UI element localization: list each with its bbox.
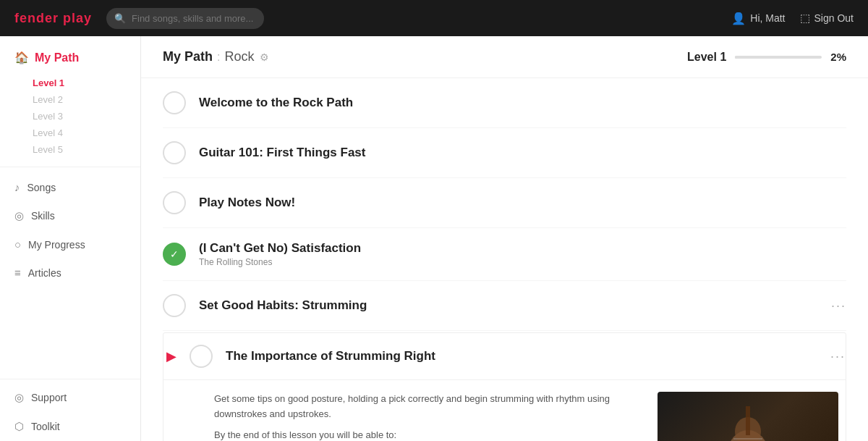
user-greeting: 👤 Hi, Matt [731,12,785,25]
user-icon: 👤 [731,12,746,25]
progress-bar [735,56,822,59]
expanded-lesson-description: Get some tips on good posture, holding a… [214,392,643,441]
expanded-lesson: ▶ The Importance of Strumming Right ··· … [163,332,846,441]
lesson-title-1: Welcome to the Rock Path [199,96,353,110]
lesson-circle-2 [163,141,186,164]
lesson-item-2[interactable]: Guitar 101: First Things Fast [163,128,846,178]
lesson-item-1[interactable]: Welcome to the Rock Path [163,78,846,128]
sidebar-level-5[interactable]: Level 5 [33,141,140,158]
play-icon[interactable]: ▶ [166,348,176,364]
logo-text: fender [14,11,59,25]
skills-label: Skills [31,210,55,222]
songs-label: Songs [27,182,56,193]
skills-icon: ◎ [14,209,24,222]
search-input[interactable] [106,8,264,29]
app-header: fender play 🔍 👤 Hi, Matt ⬚ Sign Out [0,0,868,36]
sidebar: 🏠 My Path Level 1 Level 2 Level 3 Level … [0,36,141,441]
sidebar-bottom: ◎ Support ⬡ Toolkit [0,379,140,441]
signout-button[interactable]: ⬚ Sign Out [800,12,854,25]
main-layout: 🏠 My Path Level 1 Level 2 Level 3 Level … [0,36,868,441]
expanded-circle [190,345,213,368]
page-header: My Path : Rock ⚙ Level 1 2% [141,36,868,78]
title-separator: : [217,51,220,64]
lesson-circle-1 [163,91,186,114]
sidebar-item-toolkit[interactable]: ⬡ Toolkit [0,412,140,441]
lesson-circle-5 [163,294,186,317]
sidebar-levels: Level 1 Level 2 Level 3 Level 4 Level 5 [0,72,140,161]
songs-icon: ♪ [14,181,20,193]
lesson-title-5: Set Good Habits: Strumming [199,298,367,313]
progress-icon: ○ [14,238,21,251]
toolkit-icon: ⬡ [14,420,24,433]
main-content: My Path : Rock ⚙ Level 1 2% Welcome to t… [141,36,868,441]
support-label: Support [31,392,67,403]
lesson-title-3: Play Notes Now! [199,196,295,210]
signout-icon: ⬚ [800,12,810,25]
sidebar-item-my-progress[interactable]: ○ My Progress [0,230,140,259]
sidebar-level-1[interactable]: Level 1 [33,75,140,91]
level-progress: Level 1 2% [687,51,846,64]
sidebar-level-4[interactable]: Level 4 [33,125,140,141]
sidebar-item-skills[interactable]: ◎ Skills [0,201,140,230]
sidebar-item-songs[interactable]: ♪ Songs [0,173,140,201]
guitar-svg [705,399,791,441]
progress-label: My Progress [28,239,85,251]
lesson-thumbnail [658,392,838,441]
lesson-circle-4: ✓ [163,243,186,266]
check-icon-4: ✓ [170,248,179,260]
gear-icon[interactable]: ⚙ [260,51,269,63]
lesson-info-4: (I Can't Get No) Satisfaction The Rollin… [199,241,361,267]
sidebar-item-support[interactable]: ◎ Support [0,383,140,412]
expanded-lesson-title: The Importance of Strumming Right [226,349,435,364]
progress-percent: 2% [830,51,846,63]
expanded-lesson-body: Get some tips on good posture, holding a… [163,380,846,441]
expanded-lesson-more[interactable]: ··· [830,349,846,364]
lesson-list: Welcome to the Rock Path Guitar 101: Fir… [141,78,868,441]
search-icon: 🔍 [114,13,126,24]
lesson-item-5[interactable]: Set Good Habits: Strumming ··· [163,281,846,331]
page-title: My Path [163,49,213,64]
sidebar-level-2[interactable]: Level 2 [33,91,140,108]
lesson-item-3[interactable]: Play Notes Now! [163,178,846,228]
lesson-more-5[interactable]: ··· [831,298,846,314]
lesson-artist-4: The Rolling Stones [199,257,361,267]
support-icon: ◎ [14,391,24,404]
signout-label: Sign Out [814,12,854,24]
logo-play-text: play [63,11,92,25]
articles-icon: ≡ [14,266,21,279]
articles-label: Articles [28,267,61,279]
lesson-description-text: Get some tips on good posture, holding a… [214,392,643,422]
search-wrap: 🔍 [106,8,352,29]
lesson-title-4: (I Can't Get No) Satisfaction [199,241,361,256]
sidebar-divider-1 [0,167,140,167]
mypath-label: My Path [35,51,79,64]
svg-rect-2 [746,406,750,435]
progress-bar-fill [735,56,736,59]
sidebar-mypath[interactable]: 🏠 My Path [0,43,140,72]
user-name: Hi, Matt [750,12,785,24]
lesson-title-2: Guitar 101: First Things Fast [199,146,366,160]
lesson-circle-3 [163,191,186,214]
page-subtitle: Rock [224,49,254,64]
expanded-lesson-header: ▶ The Importance of Strumming Right ··· [163,333,846,380]
sidebar-item-articles[interactable]: ≡ Articles [0,259,140,287]
home-icon: 🏠 [14,51,29,64]
fender-logo: fender play [14,11,92,26]
lesson-objectives-intro: By the end of this lesson you will be ab… [214,428,643,441]
thumbnail-image [658,392,838,441]
toolkit-label: Toolkit [31,421,60,432]
lesson-item-4[interactable]: ✓ (I Can't Get No) Satisfaction The Roll… [163,228,846,281]
header-right: 👤 Hi, Matt ⬚ Sign Out [731,12,854,25]
level-label: Level 1 [687,51,726,64]
sidebar-level-3[interactable]: Level 3 [33,108,140,125]
